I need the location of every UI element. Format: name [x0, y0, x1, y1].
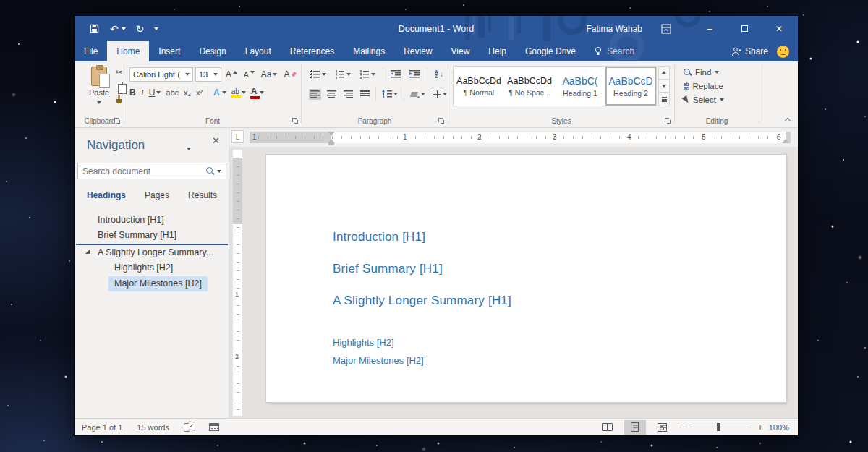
bullets-button[interactable] [309, 69, 328, 80]
shading-caret[interactable] [421, 93, 425, 95]
select-button[interactable]: Select [684, 95, 724, 104]
font-name-combo[interactable]: Calibri Light ( [129, 67, 193, 82]
ribbon-display-options-button[interactable] [650, 16, 682, 41]
zoom-in-button[interactable]: + [757, 422, 763, 432]
underline-button[interactable]: U [149, 88, 156, 98]
tab-insert[interactable]: Insert [149, 41, 190, 61]
font-dialog-launcher[interactable] [292, 118, 299, 124]
navigation-search-box[interactable] [77, 163, 226, 179]
font-size-combo[interactable]: 13 [195, 67, 221, 82]
increase-indent-button[interactable] [408, 69, 421, 80]
doc-heading-brief-summary[interactable]: Brief Summary [H1] [333, 262, 443, 276]
nav-item-introduction[interactable]: Introduction [H1] [98, 215, 164, 225]
nav-item-longer-summary[interactable]: A Slightly Longer Summary... [98, 247, 213, 257]
collapse-triangle-icon[interactable] [85, 249, 90, 254]
copy-button[interactable] [116, 82, 123, 90]
tab-references[interactable]: References [281, 41, 344, 61]
search-options-caret[interactable] [217, 170, 221, 173]
zoom-slider[interactable] [690, 427, 752, 427]
navigation-close-button[interactable]: ✕ [212, 135, 220, 146]
zoom-out-button[interactable]: − [679, 422, 685, 432]
nav-item-major-milestones[interactable]: Major Milestones [H2] [109, 276, 208, 291]
decrease-indent-button[interactable] [389, 69, 402, 80]
clipboard-dialog-launcher[interactable] [114, 118, 121, 124]
styles-more-button[interactable] [658, 93, 670, 106]
doc-heading-introduction[interactable]: Introduction [H1] [333, 230, 425, 244]
search-icon[interactable] [206, 167, 214, 175]
tab-design[interactable]: Design [190, 41, 235, 61]
italic-button[interactable]: I [141, 88, 144, 98]
search-document-input[interactable] [78, 166, 206, 176]
horizontal-ruler[interactable]: 1 1 2 3 4 5 6 [250, 132, 791, 143]
grow-font-button[interactable]: A [224, 68, 239, 81]
feedback-smiley-icon[interactable] [777, 46, 789, 58]
word-count[interactable]: 15 words [137, 423, 169, 432]
paste-button[interactable]: Paste [83, 67, 115, 106]
account-name[interactable]: Fatima Wahab [586, 16, 642, 41]
share-button[interactable]: Share [724, 41, 775, 61]
titlebar[interactable]: ↶ ↻ Document1 - Word Fatima Wahab – ✕ [75, 16, 798, 41]
find-caret[interactable] [715, 71, 719, 74]
tab-home[interactable]: Home [107, 41, 149, 61]
justify-button[interactable] [359, 89, 371, 100]
cut-button[interactable]: ✂ [115, 67, 122, 77]
collapse-ribbon-button[interactable] [785, 117, 791, 123]
tab-stop-selector[interactable]: L [231, 130, 244, 143]
shading-button[interactable] [409, 88, 427, 100]
bold-button[interactable]: B [129, 88, 136, 98]
paste-dropdown-caret[interactable] [97, 101, 101, 104]
change-case-button[interactable]: Aa [259, 68, 280, 81]
proofing-check-icon[interactable] [184, 423, 195, 431]
right-indent-marker[interactable] [782, 139, 789, 143]
highlight-caret[interactable] [242, 91, 246, 94]
line-spacing-button[interactable] [380, 88, 399, 100]
font-color-button[interactable]: A [251, 86, 258, 99]
doc-heading-highlights[interactable]: Highlights [H2] [333, 337, 394, 348]
subscript-button[interactable]: x₂ [184, 88, 191, 97]
style-heading-1[interactable]: AaBbC( Heading 1 [555, 67, 605, 106]
select-caret[interactable] [720, 98, 724, 101]
first-line-indent-marker[interactable] [328, 132, 335, 136]
format-painter-button[interactable] [115, 95, 123, 104]
tab-layout[interactable]: Layout [236, 41, 281, 61]
web-layout-button[interactable] [652, 420, 673, 435]
borders-button[interactable] [431, 88, 448, 100]
nav-tab-headings[interactable]: Headings [87, 190, 126, 200]
numbering-caret[interactable] [346, 73, 351, 76]
tab-help[interactable]: Help [479, 41, 516, 61]
styles-scroll-up-button[interactable] [658, 66, 670, 80]
strikethrough-button[interactable]: abc [166, 88, 179, 97]
document-page[interactable]: Introduction [H1] Brief Summary [H1] A S… [266, 155, 786, 402]
minimize-button[interactable]: – [694, 16, 726, 41]
underline-caret[interactable] [156, 91, 161, 94]
close-button[interactable]: ✕ [763, 16, 795, 41]
vertical-ruler[interactable]: 1 2 [233, 150, 242, 416]
shrink-font-button[interactable]: A [242, 69, 257, 80]
macro-record-icon[interactable] [209, 423, 219, 431]
line-spacing-caret[interactable] [393, 93, 398, 95]
numbering-button[interactable] [333, 69, 352, 80]
nav-tab-results[interactable]: Results [188, 190, 217, 200]
multilevel-list-button[interactable] [358, 69, 377, 80]
text-effects-button[interactable]: A [213, 88, 220, 98]
find-button[interactable]: Find [684, 68, 724, 77]
maximize-button[interactable] [728, 16, 760, 41]
document-canvas[interactable]: 1 2 Introduction [H1] Brief Summary [H1]… [229, 147, 798, 418]
align-center-button[interactable] [326, 89, 338, 100]
navigation-options-caret[interactable] [187, 148, 191, 150]
style-heading-2[interactable]: AaBbCcD Heading 2 [605, 67, 656, 106]
read-mode-button[interactable] [597, 420, 618, 435]
replace-button[interactable]: abacReplace [684, 82, 724, 90]
tab-google-drive[interactable]: Google Drive [516, 41, 585, 61]
styles-scroll-down-button[interactable] [658, 80, 670, 93]
left-indent-marker[interactable] [328, 143, 334, 145]
tab-mailings[interactable]: Mailings [344, 41, 394, 61]
nav-tab-pages[interactable]: Pages [145, 190, 169, 200]
superscript-button[interactable]: x² [196, 88, 203, 97]
doc-heading-longer-summary[interactable]: A Slightly Longer Summary [H1] [333, 294, 511, 308]
zoom-slider-thumb[interactable] [717, 423, 720, 431]
bullets-caret[interactable] [322, 73, 326, 76]
nav-item-brief-summary[interactable]: Brief Summary [H1] [98, 230, 176, 240]
tell-me-search[interactable]: Search [585, 41, 643, 61]
style-no-spacing[interactable]: AaBbCcDd ¶ No Spac... [504, 67, 555, 106]
